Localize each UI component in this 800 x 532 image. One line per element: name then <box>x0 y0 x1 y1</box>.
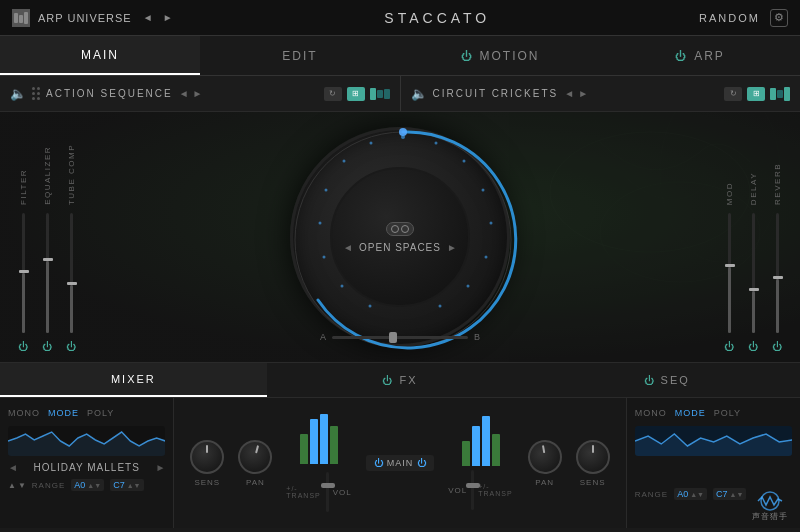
delay-slider[interactable] <box>752 213 755 333</box>
left-vol-label: VOL <box>333 488 352 497</box>
r-bar-4 <box>492 434 500 466</box>
svg-point-11 <box>482 189 485 192</box>
prev-bank-arrow[interactable]: ◄ <box>140 12 156 23</box>
circuit-seq-nav[interactable]: ◄ ► <box>564 88 588 99</box>
instrument-next[interactable]: ► <box>155 462 165 473</box>
svg-point-13 <box>485 256 488 259</box>
left-range-start[interactable]: A0 ▲▼ <box>71 479 104 491</box>
tab-edit[interactable]: EDIT <box>200 36 400 75</box>
seq-grid-btn[interactable]: ⊞ <box>347 87 365 101</box>
instrument-prev[interactable]: ◄ <box>8 462 18 473</box>
tab-motion[interactable]: ⏻ MOTION <box>400 36 600 75</box>
a-label: A <box>320 332 326 342</box>
knob-arc-svg <box>288 125 518 355</box>
left-range-end[interactable]: C7 ▲▼ <box>110 479 143 491</box>
random-button[interactable]: RANDOM <box>699 12 760 24</box>
mixer-tab-seq-label: SEQ <box>661 374 690 386</box>
svg-rect-2 <box>24 12 28 24</box>
filter-power-btn[interactable]: ⏻ <box>18 341 28 352</box>
tab-main[interactable]: MAIN <box>0 36 200 75</box>
delay-label: DELAY <box>749 172 758 205</box>
top-bar-left: ARP UNIVERSE ◄ ► <box>12 9 176 27</box>
preset-bank-nav[interactable]: ◄ ► <box>140 12 176 23</box>
main-power-icon: ⏻ <box>374 458 383 468</box>
right-pan-label: PAN <box>535 478 554 487</box>
right-range-start[interactable]: A0 ▲▼ <box>674 488 707 500</box>
tube-comp-slider[interactable] <box>70 213 73 333</box>
left-vol-fader-handle[interactable] <box>321 483 335 488</box>
right-mode-btn[interactable]: MODE <box>675 406 706 420</box>
mod-slider[interactable] <box>728 213 731 333</box>
right-vol-fader-handle[interactable] <box>466 483 480 488</box>
right-pan-knob[interactable] <box>525 437 564 476</box>
tab-arp-label: ARP <box>694 49 725 63</box>
action-seq-prev[interactable]: ◄ <box>179 88 189 99</box>
seq-grid-icon-left <box>32 87 40 100</box>
left-sliders: FILTER ⏻ EQUALIZER ⏻ TUBE COMP ⏻ <box>18 122 76 352</box>
main-power-icon-r: ⏻ <box>417 458 426 468</box>
seq-bar-display-r <box>770 87 790 101</box>
mixer-tabs: MIXER ⏻ FX ⏻ SEQ <box>0 362 800 398</box>
seq-loop-btn-r[interactable]: ↻ <box>724 87 742 101</box>
right-sliders: MOD ⏻ DELAY ⏻ REVERB ⏻ <box>724 122 782 352</box>
equalizer-slider-group: EQUALIZER ⏻ <box>42 122 52 352</box>
watermark: 声音猎手 <box>750 491 790 522</box>
right-mono-btn[interactable]: MONO <box>635 406 667 420</box>
svg-point-10 <box>463 160 466 163</box>
speaker-icon-left[interactable]: 🔈 <box>10 86 26 101</box>
tab-arp[interactable]: ⏻ ARP <box>600 36 800 75</box>
action-sequence-section: 🔈 ACTION SEQUENCE ◄ ► ↻ ⊞ <box>0 76 401 111</box>
svg-point-18 <box>323 256 326 259</box>
right-sens-label: SENS <box>580 478 606 487</box>
instrument-name: HOLIDAY MALLETS <box>22 462 152 473</box>
left-mono-btn[interactable]: MONO <box>8 406 40 420</box>
mod-power-btn[interactable]: ⏻ <box>724 341 734 352</box>
reverb-slider[interactable] <box>776 213 779 333</box>
tube-comp-power-btn[interactable]: ⏻ <box>66 341 76 352</box>
mixer-tab-seq[interactable]: ⏻ SEQ <box>533 363 800 397</box>
right-instrument-placeholder <box>635 462 792 482</box>
mixer-controls: SENS PAN +/- TRANSP <box>174 398 625 528</box>
big-knob-area: ◄ OPEN SPACES ► A B <box>270 122 530 352</box>
right-sens-knob[interactable] <box>576 440 610 474</box>
right-sens-group: SENS <box>576 440 610 487</box>
left-poly-btn[interactable]: POLY <box>87 406 114 420</box>
right-range-end[interactable]: C7 ▲▼ <box>713 488 746 500</box>
svg-point-22 <box>370 142 373 145</box>
left-mode-btn[interactable]: MODE <box>48 406 79 420</box>
equalizer-slider[interactable] <box>46 213 49 333</box>
filter-slider[interactable] <box>22 213 25 333</box>
mixer-tab-mixer[interactable]: MIXER <box>0 363 267 397</box>
next-bank-arrow[interactable]: ► <box>160 12 176 23</box>
delay-power-btn[interactable]: ⏻ <box>748 341 758 352</box>
settings-button[interactable]: ⚙ <box>770 9 788 27</box>
svg-rect-1 <box>19 15 23 23</box>
right-vol-fader-track[interactable] <box>471 470 474 510</box>
mixer-tab-fx[interactable]: ⏻ FX <box>267 363 534 397</box>
action-seq-next[interactable]: ► <box>193 88 203 99</box>
circuit-seq-prev[interactable]: ◄ <box>564 88 574 99</box>
reverb-power-btn[interactable]: ⏻ <box>772 341 782 352</box>
left-pan-label: PAN <box>246 478 265 487</box>
equalizer-power-btn[interactable]: ⏻ <box>42 341 52 352</box>
tab-motion-label: MOTION <box>480 49 540 63</box>
left-pan-knob[interactable] <box>235 436 277 478</box>
app-title: STACCATO <box>384 10 490 26</box>
tab-edit-label: EDIT <box>282 49 317 63</box>
ab-slider-handle[interactable] <box>389 332 397 343</box>
right-poly-btn[interactable]: POLY <box>714 406 741 420</box>
svg-point-14 <box>467 285 470 288</box>
r-bar-1 <box>462 441 470 466</box>
left-vol-fader-track[interactable] <box>326 472 329 512</box>
speaker-icon-right[interactable]: 🔈 <box>411 86 427 101</box>
main-button[interactable]: ⏻ MAIN ⏻ <box>366 455 435 471</box>
left-sens-knob[interactable] <box>190 440 224 474</box>
seq-loop-btn[interactable]: ↻ <box>324 87 342 101</box>
seq-grid-btn-r[interactable]: ⊞ <box>747 87 765 101</box>
circuit-seq-next[interactable]: ► <box>578 88 588 99</box>
main-knob[interactable]: ◄ OPEN SPACES ► <box>290 127 510 347</box>
action-seq-nav[interactable]: ◄ ► <box>179 88 203 99</box>
right-transp-group: +/- TRANSP <box>478 483 513 497</box>
ab-slider-track[interactable] <box>332 336 468 339</box>
left-transp-group: +/- TRANSP <box>286 485 321 499</box>
